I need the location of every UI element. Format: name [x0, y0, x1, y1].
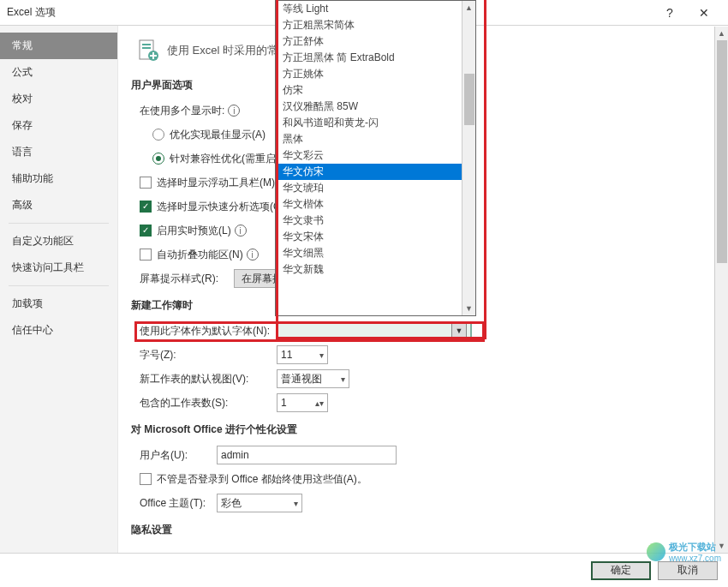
radio-best-display[interactable] — [152, 129, 164, 141]
page-heading-text: 使用 Excel 时采用的常 — [167, 43, 278, 58]
sidebar-item-language[interactable]: 语言 — [0, 139, 117, 165]
sidebar-item-addins[interactable]: 加载项 — [0, 291, 117, 317]
font-option[interactable]: 和风书道昭和黄龙-闪 — [276, 115, 462, 131]
font-size-row: 字号(Z): 11 ▾ — [140, 345, 711, 364]
default-view-value: 普通视图 — [281, 372, 322, 386]
scroll-up-icon[interactable]: ▲ — [462, 1, 475, 15]
sidebar-item-trust[interactable]: 信任中心 — [0, 317, 117, 344]
font-option[interactable]: 方正舒体 — [276, 33, 462, 50]
dropdown-scrollbar[interactable]: ▲ ▼ — [462, 1, 475, 315]
radio-best-label: 优化实现最佳显示(A) — [170, 128, 266, 142]
sheet-count-value: 1 — [281, 397, 287, 409]
radio-compat[interactable] — [152, 153, 164, 165]
theme-label: Office 主题(T): — [140, 496, 217, 511]
sidebar-separator — [9, 223, 109, 224]
default-view-row: 新工作表的默认视图(V): 普通视图 ▾ — [140, 369, 711, 388]
font-option[interactable]: 华文隶书 — [276, 213, 462, 229]
spinner-icon[interactable]: ▴▾ — [315, 398, 324, 408]
sidebar-item-advanced[interactable]: 高级 — [0, 192, 117, 219]
chk-always-use[interactable] — [140, 473, 152, 485]
chk-collapse-ribbon[interactable] — [140, 249, 152, 261]
font-option[interactable]: 汉仪雅酷黑 85W — [276, 99, 462, 115]
username-value: admin — [221, 449, 249, 461]
font-option[interactable]: 华文楷体 — [276, 196, 462, 213]
chk-always-row[interactable]: 不管是否登录到 Office 都始终使用这些值(A)。 — [140, 470, 711, 488]
section-privacy-heading: 隐私设置 — [131, 523, 711, 537]
sidebar-separator — [9, 285, 109, 286]
font-option[interactable]: 华文细黑 — [276, 245, 462, 261]
theme-value: 彩色 — [221, 496, 242, 511]
font-option[interactable]: 仿宋 — [276, 82, 462, 99]
chk-preview-label: 启用实时预览(L) — [157, 224, 231, 238]
general-icon — [136, 39, 160, 63]
default-font-row: 使用此字体作为默认字体(N): ▼ — [140, 321, 711, 340]
default-view-label: 新工作表的默认视图(V): — [140, 372, 277, 386]
watermark: 极光下载站 www.xz7.com — [647, 541, 721, 563]
font-option[interactable]: 方正姚体 — [276, 66, 462, 82]
close-button[interactable]: ✕ — [687, 0, 721, 26]
font-size-value: 11 — [281, 349, 292, 361]
chk-quick-label: 选择时显示快速分析选项(Q — [157, 200, 281, 214]
chevron-down-icon[interactable]: ▼ — [451, 323, 467, 338]
watermark-icon — [647, 542, 665, 561]
font-option[interactable]: 方正坦黑体 简 ExtraBold — [276, 50, 462, 66]
font-option[interactable]: 等线 Light — [276, 1, 462, 17]
default-font-label: 使用此字体作为默认字体(N): — [140, 324, 277, 338]
radio-compat-label: 针对兼容性优化(需重启 — [170, 152, 276, 166]
sheet-count-label: 包含的工作表数(S): — [140, 396, 277, 410]
font-option[interactable]: 华文宋体 — [276, 229, 462, 245]
dropdown-list: 等线 Light 方正粗黑宋简体 方正舒体 方正坦黑体 简 ExtraBold … — [276, 1, 475, 278]
font-dropdown[interactable]: 等线 Light 方正粗黑宋简体 方正舒体 方正坦黑体 简 ExtraBold … — [275, 0, 476, 316]
sidebar-item-proofing[interactable]: 校对 — [0, 86, 117, 112]
svg-rect-5 — [150, 55, 157, 57]
tip-style-label: 屏幕提示样式(R): — [140, 272, 234, 286]
chk-always-label: 不管是否登录到 Office 都始终使用这些值(A)。 — [157, 472, 367, 487]
ok-button[interactable]: 确定 — [591, 561, 651, 580]
username-input[interactable]: admin — [217, 446, 397, 464]
username-label: 用户名(U): — [140, 448, 217, 463]
theme-combo[interactable]: 彩色 ▾ — [217, 494, 302, 512]
chk-float-label: 选择时显示浮动工具栏(M) — [157, 176, 275, 190]
font-option[interactable]: 华文琥珀 — [276, 180, 462, 196]
cancel-button[interactable]: 取消 — [658, 561, 718, 580]
sheet-count-spinner[interactable]: 1 ▴▾ — [277, 393, 328, 412]
chk-quick-analysis[interactable] — [140, 201, 152, 213]
content-scrollbar[interactable]: ▲ ▼ — [714, 27, 728, 553]
info-icon[interactable]: i — [228, 105, 240, 117]
info-icon[interactable]: i — [235, 225, 247, 237]
font-size-combo[interactable]: 11 ▾ — [277, 345, 328, 364]
sidebar-item-save[interactable]: 保存 — [0, 112, 117, 139]
username-row: 用户名(U): admin — [140, 446, 711, 464]
default-font-combo[interactable]: ▼ — [277, 321, 472, 340]
scroll-down-icon[interactable]: ▼ — [462, 302, 475, 315]
font-option[interactable]: 黑体 — [276, 131, 462, 147]
watermark-url: www.xz7.com — [669, 554, 721, 563]
chevron-down-icon[interactable]: ▾ — [294, 499, 298, 508]
sidebar-item-qat[interactable]: 快速访问工具栏 — [0, 255, 117, 281]
svg-rect-2 — [142, 47, 151, 49]
chk-live-preview[interactable] — [140, 225, 152, 237]
sidebar-item-general[interactable]: 常规 — [0, 33, 117, 59]
font-option[interactable]: 华文新魏 — [276, 261, 462, 278]
default-view-combo[interactable]: 普通视图 ▾ — [277, 369, 349, 388]
scroll-up-icon[interactable]: ▲ — [715, 27, 728, 40]
sheet-count-row: 包含的工作表数(S): 1 ▴▾ — [140, 393, 711, 412]
sidebar-item-formulas[interactable]: 公式 — [0, 59, 117, 86]
scrollbar-thumb[interactable] — [464, 74, 474, 125]
font-option-selected[interactable]: 华文仿宋 — [276, 164, 462, 180]
chk-collapse-label: 自动折叠功能区(N) — [157, 248, 243, 262]
font-size-label: 字号(Z): — [140, 348, 277, 362]
footer: 确定 取消 — [0, 553, 728, 587]
help-button[interactable]: ? — [653, 0, 687, 26]
multi-display-label: 在使用多个显示时: — [140, 104, 224, 118]
chevron-down-icon[interactable]: ▾ — [341, 374, 345, 384]
section-pers-heading: 对 Microsoft Office 进行个性化设置 — [131, 422, 711, 437]
font-option[interactable]: 华文彩云 — [276, 147, 462, 164]
sidebar-item-ribbon[interactable]: 自定义功能区 — [0, 228, 117, 255]
info-icon[interactable]: i — [247, 249, 259, 261]
sidebar-item-accessibility[interactable]: 辅助功能 — [0, 165, 117, 192]
chevron-down-icon[interactable]: ▾ — [319, 350, 324, 360]
font-option[interactable]: 方正粗黑宋简体 — [276, 17, 462, 33]
chk-float-toolbar[interactable] — [140, 177, 152, 189]
scrollbar-thumb[interactable] — [717, 40, 727, 263]
